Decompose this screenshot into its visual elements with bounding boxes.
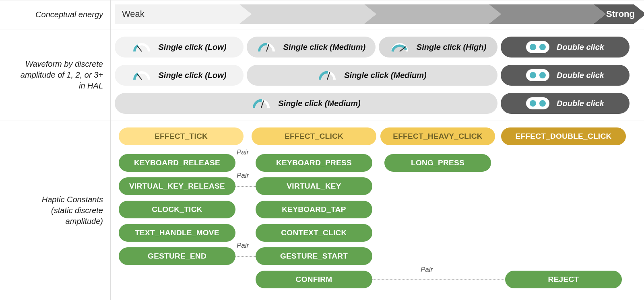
double-dots-icon: [526, 41, 549, 53]
chip-kb-press: KEYBOARD_PRESS: [256, 154, 372, 172]
chip-vk-release: VIRTUAL_KEY_RELEASE: [119, 177, 235, 195]
pill-double-c: Double click: [501, 93, 630, 114]
chip-ctx-click: CONTEXT_CLICK: [256, 224, 372, 242]
gauge-med-icon: [257, 41, 276, 53]
double-dots-icon: [526, 97, 549, 109]
chip-confirm: CONFIRM: [256, 271, 372, 288]
pill-single-high-a: Single click (High): [379, 37, 497, 58]
chip-gesture-end: GESTURE_END: [119, 247, 235, 265]
waveform-cell: Single click (Low) Single click (Medium)…: [111, 29, 644, 121]
pill-single-med-b: Single click (Medium): [247, 65, 497, 86]
svg-line-5: [137, 46, 142, 51]
pair-label-2: Pair: [237, 172, 249, 180]
chip-text-handle: TEXT_HANDLE_MOVE: [119, 224, 235, 242]
svg-marker-3: [489, 4, 606, 24]
arrow-seg-2: [239, 4, 376, 24]
chip-vk: VIRTUAL_KEY: [256, 177, 372, 195]
chip-gesture-start: GESTURE_START: [256, 247, 372, 265]
svg-marker-1: [239, 4, 376, 24]
gauge-med-icon: [252, 97, 271, 109]
chip-kb-release: KEYBOARD_RELEASE: [119, 154, 235, 172]
strong-text: Strong: [599, 9, 644, 19]
energy-label: Conceptual energy: [35, 9, 103, 20]
chip-effect-double: EFFECT_DOUBLE_CLICK: [501, 127, 626, 145]
pill-double-b: Double click: [501, 65, 630, 86]
energy-arrow: Weak Strong: [115, 4, 634, 24]
pill-single-med-a: Single click (Medium): [247, 37, 376, 58]
chip-effect-tick: EFFECT_TICK: [119, 127, 244, 145]
pill-double-a: Double click: [501, 37, 630, 58]
row-label-energy: Conceptual energy: [0, 0, 111, 29]
gauge-med-icon: [318, 69, 337, 81]
weak-text: Weak: [115, 9, 152, 19]
arrow-seg-weak: Weak: [115, 4, 252, 24]
pair-label-4: Pair: [421, 266, 433, 274]
arrow-seg-strong: Strong: [594, 4, 644, 24]
constants-cell: EFFECT_TICK EFFECT_CLICK EFFECT_HEAVY_CL…: [111, 121, 644, 300]
gauge-high-icon: [390, 41, 409, 53]
svg-marker-2: [364, 4, 501, 24]
pill-single-low-b: Single click (Low): [115, 65, 244, 86]
energy-arrow-cell: Weak Strong: [111, 0, 644, 29]
gauge-low-icon: [132, 69, 151, 81]
row-label-constants: Haptic Constants (static discrete amplit…: [0, 121, 111, 300]
chip-long-press: LONG_PRESS: [384, 154, 491, 172]
chip-kb-tap: KEYBOARD_TAP: [256, 201, 372, 218]
pill-single-low-a: Single click (Low): [115, 37, 244, 58]
svg-line-8: [137, 74, 142, 80]
pair-label-3: Pair: [237, 242, 249, 250]
arrow-seg-3: [364, 4, 501, 24]
pair-label-1: Pair: [237, 148, 249, 156]
double-dots-icon: [526, 69, 549, 81]
chip-reject: REJECT: [505, 271, 622, 288]
row-label-waveform: Waveform by discrete amplitude of 1, 2, …: [0, 29, 111, 121]
chip-effect-heavy: EFFECT_HEAVY_CLICK: [380, 127, 495, 145]
gauge-low-icon: [132, 41, 151, 53]
arrow-seg-4: [489, 4, 606, 24]
chip-clock-tick: CLOCK_TICK: [119, 201, 235, 218]
pill-single-med-c: Single click (Medium): [115, 93, 497, 114]
chip-effect-click: EFFECT_CLICK: [252, 127, 376, 145]
